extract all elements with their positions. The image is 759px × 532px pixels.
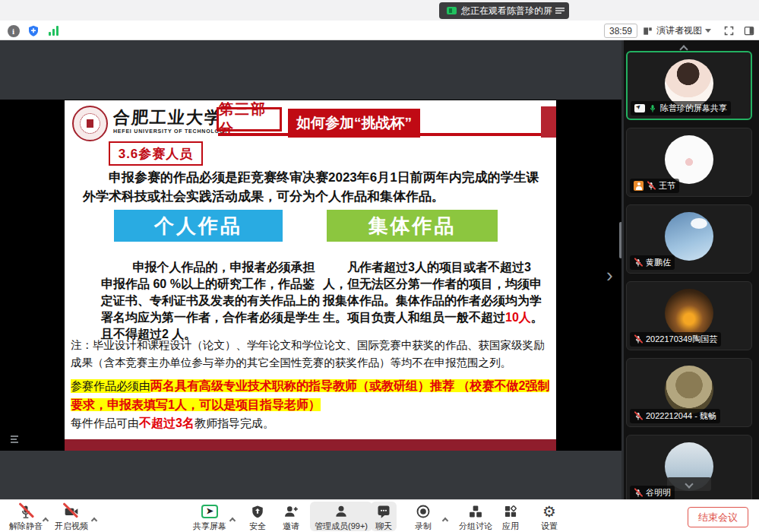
shared-screen-area: 合肥工业大学 HEFEI UNIVERSITY OF TECHNOLOGY 第三… bbox=[0, 40, 621, 499]
meeting-toolbar: i 38:59 演讲者视图 bbox=[0, 21, 759, 40]
video-tile[interactable]: 黄鹏佐 bbox=[626, 204, 752, 274]
control-label: 解除静音 bbox=[9, 521, 43, 530]
shared-app-titlebar-band bbox=[0, 40, 621, 100]
fullscreen-button[interactable] bbox=[722, 24, 736, 38]
fullscreen-icon bbox=[723, 25, 735, 36]
annotation-list-icon[interactable] bbox=[6, 434, 21, 446]
screen-share-green-icon bbox=[447, 7, 457, 14]
video-tile-sharer[interactable]: 陈普珍的屏幕共享 bbox=[626, 51, 752, 120]
control-label: 分组讨论 bbox=[459, 521, 492, 530]
university-name-cn: 合肥工业大学 bbox=[112, 106, 223, 129]
participant-name-bar: 陈普珍的屏幕共享 bbox=[631, 101, 731, 116]
avatar bbox=[665, 135, 713, 184]
team-works-body: 凡作者超过3人的项目或者不超过3人，但无法区分第一作者的项目，均须申报集体作品。… bbox=[323, 259, 552, 326]
control-label: 管理成员(99+) bbox=[315, 521, 368, 530]
team-body-em: 10人 bbox=[505, 311, 531, 324]
panel-toggle-icon bbox=[743, 25, 755, 36]
chat-button[interactable]: 聊天 bbox=[371, 502, 397, 531]
control-label: 设置 bbox=[541, 521, 558, 530]
shield-blue-icon bbox=[27, 24, 40, 37]
start-video-button[interactable]: 开启视频 bbox=[50, 502, 93, 531]
participant-name-bar: 2022170349陶国芸 bbox=[630, 332, 721, 347]
members-icon bbox=[334, 503, 349, 519]
share-screen-icon: ➤ bbox=[201, 503, 218, 519]
control-label: 邀请 bbox=[283, 521, 299, 530]
university-seal-logo bbox=[72, 106, 108, 141]
slide-part-label: 第三部分 bbox=[217, 107, 282, 131]
pill-menu-button[interactable] bbox=[552, 2, 568, 19]
end-meeting-label: 结束会议 bbox=[698, 511, 738, 524]
watching-status-pill: 您正在观看陈普珍的屏幕 bbox=[439, 2, 569, 19]
security-button[interactable]: 安全 bbox=[245, 502, 270, 531]
video-options-chevron[interactable] bbox=[92, 512, 96, 526]
side-panel-toggle-button[interactable] bbox=[742, 24, 756, 38]
record-options-chevron[interactable] bbox=[443, 512, 447, 526]
settings-button[interactable]: ⚙ 设置 bbox=[536, 502, 562, 531]
slide-note: 注：毕业设计和课程设计（论文）、学年论文和学位论文、国际竞赛中获奖的作品、获国家… bbox=[71, 337, 554, 372]
video-tile[interactable]: 2022170349陶国芸 bbox=[626, 281, 752, 350]
chevron-up-icon bbox=[91, 518, 97, 524]
mic-muted-icon bbox=[634, 411, 643, 421]
watching-status-label: 您正在观看陈普珍的屏幕 bbox=[461, 5, 561, 17]
highlighted-paragraph: 参赛作品必须由两名具有高级专业技术职称的指导教师（或教研组）推荐 （校赛不做2强… bbox=[71, 377, 556, 415]
slide-intro-paragraph: 申报参赛的作品必须是距竞赛终审决赛2023年6月1日前两年内完成的学生课外学术科… bbox=[83, 169, 551, 206]
network-signal-button[interactable] bbox=[46, 24, 61, 38]
meeting-timer: 38:59 bbox=[604, 24, 637, 38]
tail-em: 不超过3名 bbox=[139, 416, 194, 429]
manage-members-button[interactable]: 管理成员(99+) bbox=[310, 502, 372, 531]
control-label: 安全 bbox=[249, 521, 266, 530]
participant-name: 黄鹏佐 bbox=[646, 257, 671, 268]
info-icon: i bbox=[8, 25, 20, 37]
university-name-en: HEFEI UNIVERSITY OF TECHNOLOGY bbox=[113, 128, 228, 134]
slide-footer-bar bbox=[65, 439, 556, 451]
avatar bbox=[665, 366, 713, 414]
tail-paragraph: 每件作品可由不超过3名教师指导完成。 bbox=[71, 416, 274, 432]
share-options-chevron[interactable] bbox=[230, 512, 235, 526]
invite-button[interactable]: 邀请 bbox=[278, 502, 304, 531]
unmute-button[interactable]: 解除静音 bbox=[5, 502, 47, 531]
participant-name: 王节 bbox=[659, 180, 675, 192]
control-label: 录制 bbox=[415, 521, 432, 530]
gear-icon: ⚙ bbox=[542, 503, 556, 519]
video-tile[interactable]: 谷明明 bbox=[626, 435, 752, 499]
presentation-slide: 合肥工业大学 HEFEI UNIVERSITY OF TECHNOLOGY 第三… bbox=[65, 100, 556, 451]
timer-value: 38:59 bbox=[609, 26, 632, 36]
video-tile[interactable]: 王节 bbox=[626, 128, 752, 197]
participant-name: 谷明明 bbox=[646, 487, 671, 499]
control-label: 开启视频 bbox=[55, 521, 88, 530]
highlight-pre: 参赛作品必须由 bbox=[71, 379, 150, 393]
participant-name-bar: 谷明明 bbox=[630, 486, 675, 499]
slide-title: 如何参加“挑战杯” bbox=[288, 109, 420, 138]
personal-works-header: 个人作品 bbox=[114, 210, 283, 242]
chevron-down-icon bbox=[685, 480, 693, 488]
meeting-info-button[interactable]: i bbox=[6, 24, 21, 38]
avatar bbox=[665, 212, 713, 261]
screen-share-badge-icon bbox=[634, 104, 645, 112]
mic-muted-icon bbox=[647, 181, 656, 191]
hamburger-icon bbox=[555, 7, 565, 14]
chevron-up-icon bbox=[229, 518, 236, 524]
apps-button[interactable]: 应用 bbox=[498, 502, 523, 531]
breakout-rooms-button[interactable]: 分组讨论 bbox=[454, 502, 497, 531]
chat-bubble-icon bbox=[376, 503, 391, 519]
participant-name: 2022170349陶国芸 bbox=[646, 334, 717, 345]
security-shield-icon bbox=[251, 503, 264, 519]
record-icon bbox=[416, 503, 431, 519]
end-meeting-button[interactable]: 结束会议 bbox=[688, 507, 748, 527]
participant-name-bar: 王节 bbox=[630, 179, 679, 193]
share-screen-button[interactable]: ➤ 共享屏幕 bbox=[188, 502, 231, 531]
control-label: 聊天 bbox=[375, 521, 392, 530]
next-slide-chevron[interactable]: › bbox=[606, 265, 613, 285]
security-shield-button[interactable] bbox=[26, 24, 40, 38]
video-tile[interactable]: 2022212044 - 魏畅 bbox=[626, 358, 752, 427]
camera-off-icon bbox=[62, 503, 81, 519]
mic-muted-icon bbox=[634, 258, 643, 268]
record-button[interactable]: 录制 bbox=[410, 502, 436, 531]
chevron-down-icon bbox=[705, 29, 711, 33]
signal-bars-icon bbox=[49, 26, 59, 36]
audio-options-chevron[interactable] bbox=[43, 512, 48, 526]
meeting-window: 您正在观看陈普珍的屏幕 i 38:59 演讲者视图 bbox=[0, 0, 759, 532]
view-mode-selector[interactable]: 演讲者视图 bbox=[642, 23, 711, 39]
sidebar-divider bbox=[621, 40, 624, 499]
breakout-rooms-icon bbox=[468, 503, 483, 519]
